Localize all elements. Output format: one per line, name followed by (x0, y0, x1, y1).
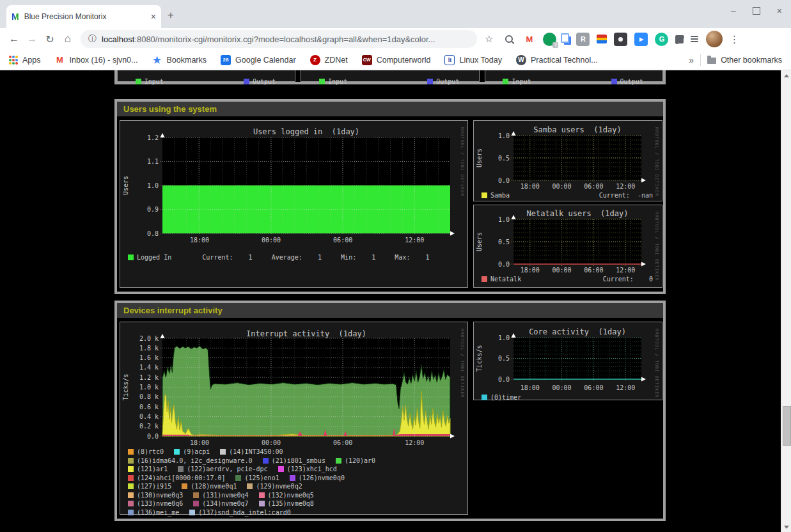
svg-text:0.8: 0.8 (147, 230, 159, 237)
reload-icon[interactable]: ↻ (41, 33, 59, 45)
chrome-menu-icon[interactable]: ⋮ (729, 33, 739, 45)
copy-icon[interactable] (561, 33, 569, 43)
window-close-icon[interactable]: × (777, 6, 782, 15)
page-info-icon[interactable]: ⓘ (88, 33, 97, 45)
svg-text:1.1: 1.1 (147, 158, 159, 165)
interrupt-legend-entry: (134)nvme0q7 (193, 500, 248, 507)
users-logged-in-legend: Logged In Current: 1 Average: 1 Min: 1 M… (128, 254, 430, 261)
svg-text:06:00: 06:00 (584, 183, 603, 190)
bookmark-item-wordpress[interactable]: WPractical Technol... (516, 55, 598, 65)
extension-icons-row: MR▶G (502, 33, 698, 46)
r-badge-icon[interactable]: R (576, 33, 590, 46)
svg-text:Ticks/s: Ticks/s (122, 373, 129, 400)
svg-text:Users logged in (1day): Users logged in (1day) (253, 127, 359, 136)
media-queue-icon[interactable] (691, 36, 698, 37)
new-tab-button[interactable]: + (168, 9, 174, 22)
bookmark-item-zdnet[interactable]: ZZDNet (310, 55, 348, 65)
svg-text:0.0: 0.0 (147, 433, 159, 440)
bookmark-item-apps-grid[interactable]: Apps (9, 56, 41, 65)
interrupt-legend-entry: (123)xhci_hcd (278, 465, 337, 473)
zdnet-icon: Z (310, 55, 320, 65)
interrupt-activity-chart[interactable]: Interrupt activity (1day)0.00.2 k0.4 k0.… (120, 322, 468, 515)
core-activity-chart[interactable]: Core activity (1day)0.00.51.018:0000:000… (473, 322, 662, 400)
scrollbar-thumb[interactable] (783, 406, 791, 446)
bookmark-label: Computerworld (377, 56, 431, 65)
interrupt-legend-entry: (124)ahci[0000:00:17.0] (128, 474, 225, 481)
bookmarks-separator (700, 54, 701, 66)
svg-text:1.4 k: 1.4 k (139, 364, 159, 371)
pocket-icon[interactable] (614, 33, 627, 46)
samba-users-chart[interactable]: Samba users (1day)0.00.51.018:0000:0006:… (473, 120, 662, 201)
partial-chart-3[interactable]: InputOutput (485, 70, 663, 82)
scroll-up-icon[interactable] (781, 70, 791, 81)
partial-chart-2[interactable]: InputOutput (301, 70, 479, 82)
svg-text:06:00: 06:00 (584, 384, 603, 391)
zoom-icon[interactable]: ▶ (634, 33, 648, 46)
bookmark-item-calendar[interactable]: 28Google Calendar (221, 55, 296, 65)
bookmarks-overflow-chevron[interactable]: » (689, 55, 694, 65)
grammarly-icon[interactable]: G (655, 33, 668, 46)
forward-icon[interactable]: → (23, 33, 41, 45)
interrupt-legend-entry: (122)aerdrv, pcie-dpc (178, 465, 267, 473)
svg-text:Ticks/s: Ticks/s (476, 345, 483, 372)
svg-text:18:00: 18:00 (521, 183, 540, 190)
url-text: localhost:8080/monitorix-cgi/monitorix.c… (102, 35, 435, 44)
svg-text:1.8 k: 1.8 k (139, 345, 159, 352)
window-maximize-icon[interactable] (753, 7, 760, 15)
svg-text:0.4 k: 0.4 k (139, 413, 159, 420)
bookmark-item-computerworld[interactable]: CWComputerworld (362, 55, 431, 65)
browser-window: M Blue Precision Monitorix × + – × ← → ↻… (0, 0, 791, 532)
bookmarks-bar: AppsMInbox (16) - sjvn0...★Bookmarks28Go… (0, 50, 791, 70)
window-minimize-icon[interactable]: – (731, 6, 736, 15)
interrupt-activity-legend: (8)rtc0(9)acpi(14)INT3450:00(16)idma64.0… (128, 448, 386, 517)
interrupt-legend-entry: (120)ar0 (336, 457, 375, 464)
calendar-icon: 28 (221, 55, 231, 65)
interrupt-legend-entry: (127)i915 (128, 483, 171, 490)
samba-users-legend: SambaCurrent: -nan (482, 192, 653, 199)
bookmark-item-star[interactable]: ★Bookmarks (152, 55, 207, 65)
bookmark-item-gmail[interactable]: MInbox (16) - sjvn0... (55, 55, 138, 65)
tab-close-icon[interactable]: × (151, 12, 156, 22)
interrupt-legend-entry: (137)snd_hda_intel:card0 (189, 509, 291, 516)
netatalk-users-chart[interactable]: Netatalk users (1day)0.00.51.018:0000:00… (473, 205, 662, 288)
gmail-icon: M (55, 55, 65, 65)
bookmark-label: Practical Technol... (531, 56, 598, 65)
address-bar[interactable]: ⓘ localhost:8080/monitorix-cgi/monitorix… (81, 30, 477, 48)
section-title-users: Users using the system (117, 102, 663, 116)
puzzle-icon[interactable] (675, 35, 684, 43)
books-icon[interactable] (597, 35, 607, 43)
svg-text:00:00: 00:00 (552, 384, 572, 391)
browser-tab[interactable]: M Blue Precision Monitorix × (6, 5, 161, 28)
svg-text:0.8 k: 0.8 k (139, 393, 159, 400)
gmail-icon[interactable]: M (522, 33, 536, 46)
profile-avatar[interactable] (706, 31, 723, 47)
voice-icon[interactable] (543, 33, 556, 46)
linux-today-icon: lt (444, 55, 455, 65)
bookmark-label: Linux Today (459, 56, 502, 65)
svg-text:0.0: 0.0 (498, 376, 510, 383)
svg-text:Interrupt activity (1day): Interrupt activity (1day) (246, 329, 366, 338)
svg-text:12:00: 12:00 (616, 183, 635, 190)
interrupt-legend-entry: (129)nvme0q2 (247, 483, 302, 490)
monitorix-page: InputOutputInputOutputInputOutput Users … (0, 70, 781, 532)
bookmark-star-icon[interactable]: ☆ (485, 33, 493, 45)
other-bookmarks-button[interactable]: Other bookmarks (707, 56, 782, 65)
svg-text:1.0: 1.0 (147, 182, 159, 189)
svg-text:00:00: 00:00 (552, 267, 572, 274)
other-bookmarks-label: Other bookmarks (721, 56, 782, 65)
scroll-down-icon[interactable] (781, 522, 791, 532)
svg-text:18:00: 18:00 (521, 384, 540, 391)
svg-text:0.0: 0.0 (498, 261, 510, 268)
search-icon[interactable] (502, 33, 515, 46)
bookmark-item-linux-today[interactable]: ltLinux Today (444, 55, 502, 65)
home-icon[interactable]: ⌂ (59, 33, 77, 45)
bookmark-label: Bookmarks (167, 56, 207, 65)
svg-text:2.0 k: 2.0 k (139, 335, 159, 342)
svg-text:06:00: 06:00 (333, 439, 352, 446)
users-logged-in-chart[interactable]: Users logged in (1day)0.80.91.01.11.218:… (120, 120, 468, 288)
section-interrupts: Devices interrupt activity Interrupt act… (114, 301, 666, 521)
vertical-scrollbar[interactable] (781, 70, 791, 532)
back-icon[interactable]: ← (5, 33, 23, 45)
partial-chart-1[interactable]: InputOutput (117, 70, 295, 82)
svg-text:0.2 k: 0.2 k (139, 423, 159, 430)
